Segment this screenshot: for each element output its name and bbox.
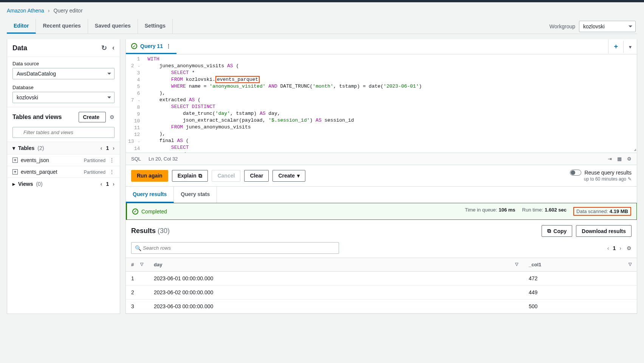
check-circle-icon: ✓ xyxy=(131,43,137,49)
database-label: Database xyxy=(12,85,115,90)
prev-icon[interactable]: ‹ xyxy=(607,245,609,251)
expand-icon[interactable]: + xyxy=(12,158,18,163)
edit-icon[interactable]: ✎ xyxy=(628,176,632,182)
data-sidebar: Data ↻ ‹ Data source AwsDataCatalog Data… xyxy=(7,39,120,314)
tables-header-row[interactable]: ▾ Tables (2) ‹ 1 › xyxy=(7,142,120,154)
database-select[interactable]: kozlovski xyxy=(12,92,115,103)
table-item[interactable]: + events_json Partitioned ⋮ xyxy=(7,154,120,166)
views-header-row[interactable]: ▸ Views (0) ‹ 1 › xyxy=(7,178,120,190)
sort-icon[interactable]: ▽ xyxy=(140,262,143,267)
tab-saved-queries[interactable]: Saved queries xyxy=(88,19,138,34)
create-dropdown-button[interactable]: Create ▾ xyxy=(272,170,305,182)
new-tab-button[interactable]: + xyxy=(608,40,623,54)
tab-menu-button[interactable]: ▾ xyxy=(623,41,637,53)
table-row: 22023-06-02 00:00:00.000449 xyxy=(126,286,637,300)
copy-button[interactable]: ⧉ Copy xyxy=(542,225,572,237)
datasource-label: Data source xyxy=(12,61,115,66)
tab-query-results[interactable]: Query results xyxy=(126,187,174,203)
caret-down-icon xyxy=(107,97,111,99)
kebab-icon[interactable]: ⋮ xyxy=(109,169,115,175)
download-button[interactable]: Download results xyxy=(576,225,632,237)
collapse-icon[interactable]: ‹ xyxy=(112,44,115,52)
reuse-toggle[interactable] xyxy=(570,170,581,176)
caret-down-icon xyxy=(629,25,632,27)
breadcrumb-current: Query editor xyxy=(54,8,83,14)
resize-handle-icon[interactable]: ◢ xyxy=(634,147,636,152)
query-tab[interactable]: ✓ Query 11 ⋮ xyxy=(126,39,176,54)
next-icon[interactable]: › xyxy=(113,181,115,187)
check-circle-icon: ✓ xyxy=(132,209,138,215)
kebab-icon[interactable]: ⋮ xyxy=(166,43,171,49)
external-link-icon: ⧉ xyxy=(198,173,202,179)
status-row: ✓ Completed Time in queue:106 ms Run tim… xyxy=(126,203,637,220)
tab-recent-queries[interactable]: Recent queries xyxy=(36,19,88,34)
tab-settings[interactable]: Settings xyxy=(138,19,173,34)
main-tabs: Editor Recent queries Saved queries Sett… xyxy=(7,19,173,34)
cursor-position: Ln 20, Col 32 xyxy=(149,156,178,162)
filter-input[interactable] xyxy=(12,127,115,138)
expand-icon[interactable]: + xyxy=(12,169,18,175)
cancel-button: Cancel xyxy=(212,170,240,182)
wrap-icon[interactable]: ⇥ xyxy=(608,156,612,162)
gear-icon[interactable]: ⚙ xyxy=(627,245,632,251)
breadcrumb-service[interactable]: Amazon Athena xyxy=(7,8,44,14)
caret-down-icon xyxy=(107,73,111,75)
results-title: Results xyxy=(131,227,156,235)
copy-icon: ⧉ xyxy=(547,228,551,234)
tables-views-title: Tables and views xyxy=(12,114,62,120)
explain-button[interactable]: Explain ⧉ xyxy=(172,170,208,182)
tab-editor[interactable]: Editor xyxy=(7,19,36,34)
results-paginator: ‹ 1 › xyxy=(607,245,621,251)
results-table: #▽ day▽ _col1▽ 12023-06-01 00:00:00.0004… xyxy=(126,258,637,314)
breadcrumb: Amazon Athena › Query editor xyxy=(7,8,637,14)
workgroup-label: Workgroup xyxy=(550,23,575,29)
gear-icon[interactable]: ⚙ xyxy=(110,114,115,120)
code-editor[interactable]: 12 -34567 -8910111213 -1415 WITH junes_a… xyxy=(126,54,637,153)
refresh-icon[interactable]: ↻ xyxy=(101,44,107,52)
run-again-button[interactable]: Run again xyxy=(131,170,168,182)
lang-indicator: SQL xyxy=(131,156,141,162)
next-icon[interactable]: › xyxy=(113,145,115,151)
create-button[interactable]: Create xyxy=(79,112,106,122)
search-rows-input[interactable] xyxy=(131,242,339,254)
workgroup-select[interactable]: kozlovski xyxy=(579,21,636,32)
table-row: 32023-06-03 00:00:00.000500 xyxy=(126,300,637,314)
prev-icon[interactable]: ‹ xyxy=(101,181,102,187)
chevron-right-icon: › xyxy=(48,8,50,14)
sidebar-title: Data xyxy=(12,44,27,52)
search-icon: 🔍 xyxy=(135,245,141,251)
sort-icon[interactable]: ▽ xyxy=(515,262,518,267)
prev-icon[interactable]: ‹ xyxy=(101,145,102,151)
tab-query-stats[interactable]: Query stats xyxy=(174,187,217,203)
reuse-label: Reuse query results xyxy=(584,170,632,176)
sort-icon[interactable]: ▽ xyxy=(629,262,632,267)
gear-icon[interactable]: ⚙ xyxy=(627,156,632,162)
next-icon[interactable]: › xyxy=(619,245,621,251)
data-scanned-highlight: Data scanned:4.19 MB xyxy=(573,207,631,216)
datasource-select[interactable]: AwsDataCatalog xyxy=(12,68,115,79)
table-item[interactable]: + events_parquet Partitioned ⋮ xyxy=(7,166,120,178)
clear-button[interactable]: Clear xyxy=(244,170,269,182)
table-row: 12023-06-01 00:00:00.000472 xyxy=(126,272,637,286)
table-icon[interactable]: ▦ xyxy=(617,156,622,162)
kebab-icon[interactable]: ⋮ xyxy=(109,157,115,163)
